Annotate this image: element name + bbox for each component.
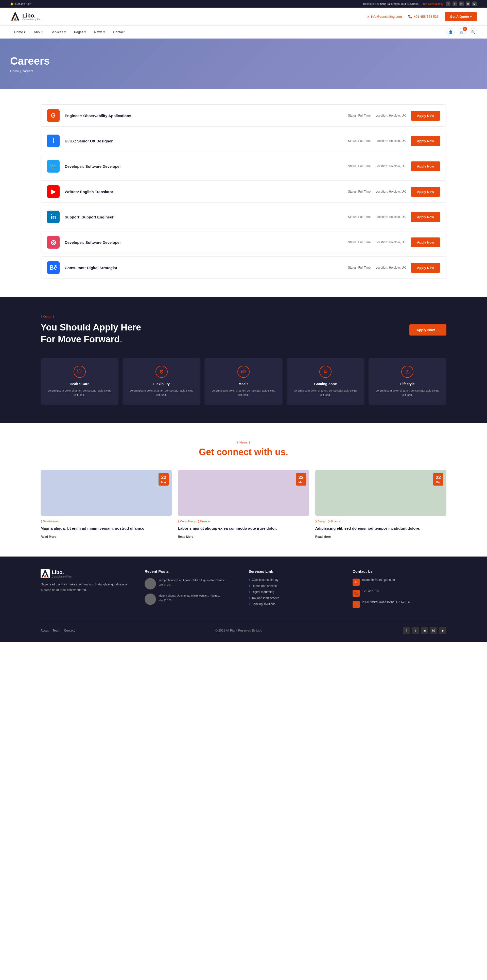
- news-card-0: 22Mar Development Magna aliqua. Ut enim …: [41, 470, 172, 539]
- footer-services-col: Services Link Classic consultancyHome lo…: [249, 569, 342, 611]
- benefit-title-1: Flexibility: [128, 382, 195, 386]
- news-image-1: 22Mar: [178, 470, 309, 516]
- logo-name: Libo.: [22, 13, 36, 19]
- job-title-2: Developer: Software Developer: [65, 164, 343, 169]
- benefit-icon-1: ⚙: [155, 366, 168, 378]
- linkedin-icon[interactable]: in: [459, 2, 464, 6]
- twitter-icon[interactable]: t: [452, 2, 457, 6]
- breadcrumb-current: Careers: [22, 69, 33, 73]
- footer-contact-col: Contact Us ✉ example@example.com 📞 123 4…: [353, 569, 446, 611]
- nav-pages[interactable]: Pages ▾: [70, 25, 90, 38]
- youtube-icon[interactable]: ▶: [472, 2, 477, 6]
- footer-logo-text-wrap: Libo. Consultancy Firm: [52, 570, 72, 578]
- benefit-desc-1: Lorem ipsum dolor sit amet, consectetur …: [128, 388, 195, 398]
- benefits-grid: 🛡 Health Care Lorem ipsum dolor sit amet…: [41, 358, 446, 405]
- phone-contact: 📞 +91 458 654 528: [408, 15, 439, 19]
- news-tags-1: ConsultancyFinance: [178, 520, 309, 523]
- footer-linkedin-icon[interactable]: in: [421, 627, 428, 634]
- benefit-icon-2: 🍽: [238, 366, 249, 378]
- read-more-link-0[interactable]: Read More: [41, 535, 56, 539]
- apply-now-button[interactable]: Apply Now →: [409, 325, 446, 336]
- apply-button-4[interactable]: Apply Now: [411, 212, 440, 222]
- hero-background: [0, 38, 487, 89]
- email-icon: ✉: [367, 15, 370, 19]
- nav-services[interactable]: Services ▾: [46, 25, 70, 38]
- services-link-title: Services Link: [249, 569, 342, 573]
- footer-youtube-icon[interactable]: ▶: [439, 627, 446, 634]
- apply-button-3[interactable]: Apply Now: [411, 187, 440, 197]
- apply-heading: You Should Apply HereFor Move Forward.: [41, 321, 141, 345]
- service-link-3[interactable]: Tax and loan service: [249, 596, 342, 600]
- nav-home[interactable]: Home ▾: [10, 25, 30, 38]
- header: Libo. Consultancy Firm ✉ info@consulting…: [0, 8, 487, 25]
- job-location-6: Location: Holololo, UK: [376, 266, 406, 269]
- nav-news[interactable]: News ▾: [90, 25, 109, 38]
- behance-icon[interactable]: bē: [466, 2, 470, 6]
- job-status-1: Status: Full Time: [348, 139, 370, 143]
- service-link-4[interactable]: Banking solutions: [249, 602, 342, 606]
- footer-twitter-icon[interactable]: t: [412, 627, 419, 634]
- job-list: G Engineer: Observability Applications S…: [41, 104, 446, 279]
- benefit-title-3: Gaming Zone: [292, 382, 359, 386]
- apply-section: ⟫ Other ⟫ You Should Apply HereFor Move …: [0, 297, 487, 423]
- breadcrumb: Home | Careers: [10, 69, 50, 73]
- footer: Libo. Consultancy Firm Gave read use way…: [0, 557, 487, 642]
- footer-logo: Libo. Consultancy Firm: [41, 569, 134, 578]
- job-meta-6: Status: Full Time Location: Holololo, UK: [348, 266, 406, 269]
- benefit-title-4: Lifestyle: [374, 382, 441, 386]
- footer-contact-link[interactable]: Contact: [64, 629, 75, 632]
- benefit-desc-0: Lorem ipsum dolor sit amet, consectetur …: [46, 388, 113, 398]
- promo-link[interactable]: Free Consultancy: [422, 2, 443, 5]
- apply-button-1[interactable]: Apply Now: [411, 136, 440, 146]
- top-bar-right: Bespoke Solutions Tailored to Your Busin…: [363, 2, 477, 6]
- footer-social-icons: f t in bē ▶: [403, 627, 446, 634]
- footer-facebook-icon[interactable]: f: [403, 627, 410, 634]
- footer-team-link[interactable]: Team: [53, 629, 60, 632]
- footer-behance-icon[interactable]: bē: [430, 627, 437, 634]
- page-title: Careers: [10, 55, 50, 67]
- footer-bottom: About Team Contact © 2021 All Right Rese…: [41, 622, 446, 634]
- job-logo-6: Bē: [47, 261, 60, 274]
- benefit-title-0: Health Care: [46, 382, 113, 386]
- job-title-5: Developer: Software Developer: [65, 240, 343, 245]
- cart-icon-button[interactable]: 🛒 2: [458, 28, 466, 36]
- nav-links: Home ▾ About Services ▾ Pages ▾ News ▾ C…: [10, 25, 129, 38]
- read-more-link-1[interactable]: Read More: [178, 535, 193, 539]
- facebook-icon[interactable]: f: [446, 2, 450, 6]
- search-icon-button[interactable]: 🔍: [469, 28, 477, 36]
- apply-button-5[interactable]: Apply Now: [411, 237, 440, 247]
- recent-post-text-1: Magna aliqua. Ut enim ad minim veniam, n…: [158, 593, 220, 598]
- apply-button-0[interactable]: Apply Now: [411, 111, 440, 121]
- news-image-0: 22Mar: [41, 470, 172, 516]
- news-image-2: 22Mar: [315, 470, 446, 516]
- footer-about-link[interactable]: About: [41, 629, 48, 632]
- job-location-4: Location: Holololo, UK: [376, 215, 406, 219]
- footer-logo-icon: [41, 569, 50, 578]
- service-link-0[interactable]: Classic consultancy: [249, 578, 342, 582]
- benefit-icon-4: ◎: [401, 366, 414, 378]
- news-heading: Get connect with us.: [41, 447, 446, 457]
- contact-footer-text-0: example@example.com: [362, 578, 395, 582]
- news-date-badge-0: 22Mar: [158, 473, 169, 486]
- job-title-0: Engineer: Observability Applications: [65, 113, 343, 118]
- job-location-2: Location: Holololo, UK: [376, 164, 406, 168]
- nav-about[interactable]: About: [30, 25, 46, 38]
- news-date-badge-2: 22Mar: [433, 473, 443, 486]
- user-icon-button[interactable]: 👤: [446, 28, 455, 36]
- apply-button-6[interactable]: Apply Now: [411, 263, 440, 273]
- service-link-2[interactable]: Digital marketing: [249, 590, 342, 594]
- read-more-link-2[interactable]: Read More: [315, 535, 331, 539]
- contact-footer-item-2: 📍 2320 Nickel Road Irvine, CA 62614: [353, 600, 446, 608]
- breadcrumb-home[interactable]: Home: [10, 69, 19, 73]
- nav-contact[interactable]: Contact: [109, 25, 129, 38]
- service-link-1[interactable]: Home loan service: [249, 584, 342, 588]
- apply-button-2[interactable]: Apply Now: [411, 161, 440, 171]
- recent-post-date-1: Mar 22,2021: [158, 599, 220, 602]
- benefit-icon-3: 🖥: [319, 366, 332, 378]
- quote-button[interactable]: Get A Quote +: [445, 12, 477, 21]
- contact-footer-icon-1: 📞: [353, 590, 360, 597]
- news-tag: Design: [315, 520, 326, 523]
- apply-section-top: ⟫ Other ⟫ You Should Apply HereFor Move …: [41, 315, 446, 345]
- news-grid: 22Mar Development Magna aliqua. Ut enim …: [41, 470, 446, 539]
- footer-grid: Libo. Consultancy Firm Gave read use way…: [41, 569, 446, 611]
